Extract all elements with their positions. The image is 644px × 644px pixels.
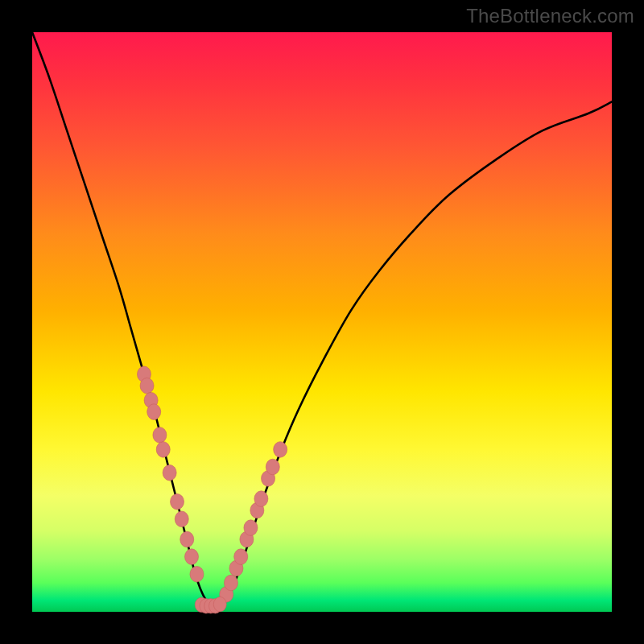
chart-frame: TheBottleneck.com [0,0,644,644]
curve-svg [32,32,612,612]
markers-left [137,366,204,582]
bottleneck-curve [32,32,612,607]
curve-marker [147,404,161,420]
markers-bottom [195,597,226,613]
curve-marker [254,491,268,507]
curve-marker [185,549,199,565]
curve-marker [274,442,287,458]
curve-marker [171,493,184,510]
curve-marker [213,597,226,611]
curve-marker [175,511,188,527]
watermark-text: TheBottleneck.com [466,5,634,27]
curve-marker [224,575,237,591]
curve-marker [153,427,167,444]
markers-right [220,442,287,603]
curve-marker [266,459,279,475]
curve-marker [180,531,194,547]
curve-marker [156,442,170,458]
plot-area [32,32,612,612]
curve-marker [163,464,176,481]
curve-marker [140,378,154,394]
curve-marker [244,520,258,536]
curve-marker [190,566,204,582]
curve-marker [234,549,248,565]
